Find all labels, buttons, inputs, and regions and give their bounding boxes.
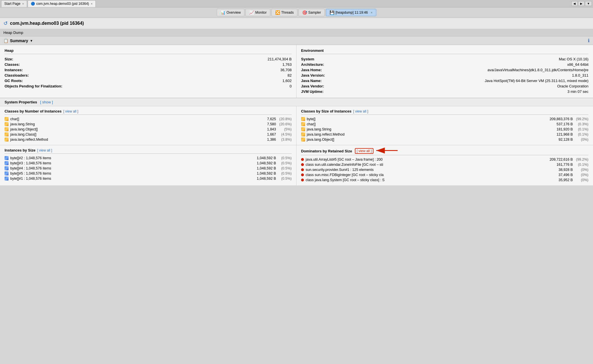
heap-objects-pending-label: Objects Pending for Finalization: [5, 84, 62, 88]
monitor-button[interactable]: 📈 Monitor [246, 9, 270, 16]
list-item[interactable]: class sun.util.calendar.ZoneInfoFile [GC… [301, 162, 588, 167]
nav-toolbar: 📊 Overview 📈 Monitor 🔀 Threads 🎯 Sampler… [0, 7, 593, 18]
class-icon [5, 117, 9, 121]
list-item[interactable]: byte[]#4 : 1,048,576 items 1,048,592 B (… [5, 166, 292, 171]
classes-by-size-list: byte[] 209,883,376 B (99.2%) char[] 537,… [301, 116, 588, 142]
instances-by-size-section: Instances by Size [ view all ] byte[]#2 … [0, 145, 296, 185]
env-java-home-label: Java Home: [301, 68, 338, 72]
heapdump-close[interactable]: × [371, 11, 372, 14]
env-jvm-uptime-value: 3 min 07 sec [338, 89, 588, 94]
class-icon [5, 127, 9, 131]
list-item[interactable]: byte[] 209,883,376 B (99.2%) [301, 116, 588, 122]
class-icon [5, 138, 9, 142]
overview-button[interactable]: 📊 Overview [217, 9, 244, 16]
dominator-icon [301, 158, 304, 161]
environment-section: Environment System Mac OS X (10.16) Arch… [296, 45, 593, 98]
list-item[interactable]: java.lang.String 181,920 B (0.1%) [301, 127, 588, 132]
dominator-icon [301, 163, 304, 166]
sampler-button[interactable]: 🎯 Sampler [298, 9, 325, 16]
tab-start-page[interactable]: Start Page × [1, 0, 27, 7]
info-button[interactable]: ℹ [588, 38, 590, 43]
summary-dropdown[interactable]: ▼ [30, 39, 33, 42]
class-icon [301, 127, 305, 131]
class-icon [5, 132, 9, 136]
list-item[interactable]: java.lang.Object[] 1,843 (5%) [5, 127, 292, 132]
tab-menu-button[interactable]: ▼ [585, 1, 592, 6]
list-item[interactable]: java.lang.reflect.Method 121,968 B (0.1%… [301, 132, 588, 137]
heap-classes-label: Classes: [5, 62, 20, 67]
heap-classloaders-row: Classloaders: 82 [5, 73, 292, 78]
heapdump-label: [heapdump] 11:19:46 [336, 11, 368, 15]
list-item[interactable]: byte[]#2 : 1,048,576 items 1,048,592 B (… [5, 156, 292, 161]
tab-prev-button[interactable]: ◀ [571, 1, 578, 6]
tab-start-page-close[interactable]: × [22, 2, 24, 5]
list-item[interactable]: class sun.misc.FDBigInteger [GC root – s… [301, 172, 588, 177]
env-java-home-row: Java Home: ava/JavaVirtualMachines/jdk1.… [301, 67, 588, 73]
overview-icon: 📊 [220, 10, 225, 15]
heap-instances-row: Instances: 36,708 [5, 67, 292, 73]
env-java-vendor-label: Java Vendor: [301, 84, 338, 88]
list-item[interactable]: byte[]#5 : 1,048,576 items 1,048,592 B (… [5, 171, 292, 176]
refresh-icon[interactable]: ↺ [3, 20, 8, 26]
heap-size-value: 211,474,304 B [267, 57, 292, 61]
classes-by-instances-view-all[interactable]: [ view all ] [63, 109, 78, 113]
tab-main[interactable]: 🔵 com.jvm.heap.demo03 (pid 16364) × [28, 0, 96, 7]
heap-size-label: Size: [5, 57, 13, 61]
classes-sections: Classes by Number of Instances [ view al… [0, 106, 593, 145]
system-properties-show-link[interactable]: [ show ] [40, 100, 53, 104]
env-java-vendor-row: Java Vendor: Oracle Corporation [301, 83, 588, 89]
summary-icon: 📋 [3, 38, 8, 43]
env-arch-row: Architecture: x86_64 64bit [301, 62, 588, 67]
list-item[interactable]: java.lang.reflect.Method 1,386 (3.8%) [5, 137, 292, 142]
list-item[interactable]: class java.lang.System [GC root – sticky… [301, 177, 588, 183]
heapdump-icon: 💾 [330, 10, 334, 15]
tab-next-button[interactable]: ▶ [578, 1, 584, 6]
list-item[interactable]: sun.security.provider.Sun#1 : 125 elemen… [301, 167, 588, 172]
instances-by-size-list: byte[]#2 : 1,048,576 items 1,048,592 B (… [5, 156, 292, 181]
tab-navigation: ◀ ▶ ▼ [571, 1, 592, 6]
env-system-value: Mac OS X (10.16) [338, 57, 588, 61]
env-java-version-label: Java Version: [301, 73, 338, 77]
heap-gc-roots-label: GC Roots: [5, 79, 23, 83]
dominator-icon [301, 179, 304, 181]
class-icon [5, 122, 9, 126]
list-item[interactable]: byte[]#1 : 1,048,576 items 1,048,592 B (… [5, 176, 292, 181]
list-item[interactable]: char[] 537,176 B (0.3%) [301, 122, 588, 127]
env-java-version-row: Java Version: 1.8.0_311 [301, 73, 588, 78]
heap-classes-row: Classes: 1,763 [5, 62, 292, 67]
instance-icon [5, 166, 9, 170]
app-title-bar: ↺ com.jvm.heap.demo03 (pid 16364) [0, 18, 593, 29]
environment-table: System Mac OS X (10.16) Architecture: x8… [301, 56, 588, 94]
list-item[interactable]: java.lang.String 7,580 (20.6%) [5, 122, 292, 127]
tab-bar: Start Page × 🔵 com.jvm.heap.demo03 (pid … [0, 0, 593, 7]
list-item[interactable]: char[] 7,625 (20.8%) [5, 116, 292, 122]
instances-by-size-view-all[interactable]: [ view all ] [37, 148, 52, 152]
dominators-view-all[interactable]: [ view all ] [355, 148, 373, 154]
list-item[interactable]: java.lang.Object[] 92,128 B (0%) [301, 137, 588, 142]
tab-main-close[interactable]: × [91, 2, 93, 5]
env-java-name-label: Java Name: [301, 79, 338, 83]
heap-gc-roots-value: 1,602 [282, 79, 292, 83]
classes-by-size-section: Classes by Size of Instances [ view all … [296, 106, 593, 145]
env-jvm-uptime-label: JVM Uptime: [301, 89, 338, 94]
classes-by-size-view-all[interactable]: [ view all ] [353, 109, 368, 113]
env-arch-label: Architecture: [301, 62, 338, 67]
tab-start-page-label: Start Page [4, 2, 21, 6]
list-item[interactable]: java.lang.Class[] 1,667 (4.5%) [5, 132, 292, 137]
classes-by-size-title: Classes by Size of Instances [ view all … [301, 109, 588, 115]
env-java-vendor-value: Oracle Corporation [338, 84, 588, 88]
heap-objects-pending-value: 0 [290, 84, 292, 88]
list-item[interactable]: byte[]#3 : 1,048,576 items 1,048,592 B (… [5, 161, 292, 166]
threads-button[interactable]: 🔀 Threads [271, 9, 297, 16]
heap-classloaders-value: 82 [288, 73, 292, 77]
class-icon [301, 132, 305, 136]
heapdump-button[interactable]: 💾 [heapdump] 11:19:46 × [326, 9, 376, 16]
dominators-title: Dominators by Retained Size [ view all ] [301, 148, 588, 155]
heap-size-row: Size: 211,474,304 B [5, 56, 292, 62]
instance-icon [5, 177, 9, 181]
red-arrow [375, 146, 399, 155]
heap-classes-value: 1,763 [282, 62, 292, 67]
env-java-home-value: ava/JavaVirtualMachines/jdk1.8.0_311.jdk… [338, 68, 588, 72]
env-java-name-row: Java Name: Java HotSpot(TM) 64-Bit Serve… [301, 78, 588, 83]
list-item[interactable]: java.util.ArrayList#5 [GC root – Java fr… [301, 157, 588, 162]
